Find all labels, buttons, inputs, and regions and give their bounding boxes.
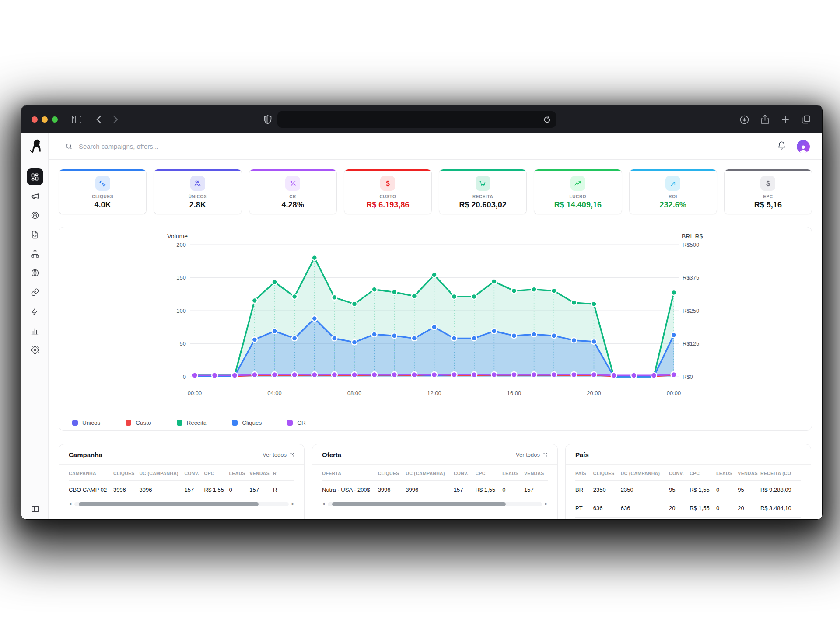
sidebar-item-flows[interactable] <box>27 245 43 262</box>
table-row[interactable]: PT63663620R$ 1,55020R$ 3.484,10 <box>575 499 801 518</box>
table-header-cell: RECEITA (CO <box>760 466 801 481</box>
kpi-card-lucro[interactable]: LUCROR$ 14.409,16 <box>534 169 622 214</box>
table-header-cell: UC (CAMPANHA) <box>621 466 669 481</box>
kpi-card-custo[interactable]: CUSTOR$ 6.193,86 <box>344 169 432 214</box>
minimize-button[interactable] <box>42 116 48 122</box>
search-input[interactable] <box>79 143 262 150</box>
kpi-card-cr[interactable]: CR4.28% <box>249 169 337 214</box>
scrollbar-thumb[interactable] <box>79 502 259 506</box>
ver-todos-label: Ver todos <box>262 452 287 458</box>
avatar[interactable] <box>797 140 810 153</box>
kpi-value: R$ 5,16 <box>754 200 782 210</box>
scrollbar-track[interactable] <box>74 502 289 506</box>
search-bar[interactable] <box>65 143 262 150</box>
tab-overview-icon[interactable] <box>802 115 811 124</box>
kpi-card-roi[interactable]: ROI232.6% <box>629 169 717 214</box>
scroll-left-arrow[interactable]: ◀ <box>69 502 71 506</box>
sidebar-item-links[interactable] <box>27 284 43 301</box>
sidebar-item-reports[interactable] <box>27 322 43 339</box>
legend-item-cr[interactable]: CR <box>287 420 306 426</box>
table-row[interactable]: CBO CAMP 0239963996157R$ 1,550157R <box>69 481 294 499</box>
table-cell: 157 <box>524 481 548 499</box>
table-cell: R$ 1,55 <box>204 481 229 499</box>
new-tab-button[interactable] <box>781 115 790 124</box>
target-icon <box>31 211 39 220</box>
cart-icon <box>476 176 490 191</box>
reload-icon[interactable] <box>543 116 551 123</box>
svg-text:150: 150 <box>176 274 186 281</box>
kpi-card-cliques[interactable]: CLIQUES4.0K <box>59 169 147 214</box>
external-link-icon <box>542 452 548 458</box>
ver-todos-link[interactable]: Ver todos <box>262 452 294 458</box>
legend-swatch <box>232 420 238 426</box>
zoom-button[interactable] <box>52 116 58 122</box>
legend-item-únicos[interactable]: Únicos <box>72 420 100 426</box>
url-bar[interactable] <box>277 111 556 128</box>
scroll-left-arrow[interactable]: ◀ <box>322 502 325 506</box>
table-header-row: CAMPANHACLIQUESUC (CAMPANHA)CONV.CPCLEAD… <box>69 466 294 481</box>
table-cell: 0 <box>716 481 738 499</box>
table-title: País <box>575 451 589 458</box>
bell-icon[interactable] <box>777 141 786 152</box>
url-input[interactable] <box>284 111 528 128</box>
svg-text:20:00: 20:00 <box>587 390 601 396</box>
scrollbar-track[interactable] <box>328 502 542 506</box>
summary-tables-row: CampanhaVer todosCAMPANHACLIQUESUC (CAMP… <box>59 444 812 520</box>
table-header-row: PAÍSCLIQUESUC (CAMPANHA)CONV.CPCLEADSVEN… <box>575 466 801 481</box>
table-cell: 0 <box>229 481 250 499</box>
sidebar-item-domains[interactable] <box>27 265 43 281</box>
share-icon[interactable] <box>761 115 769 124</box>
dashboard-icon <box>31 173 39 181</box>
svg-text:0: 0 <box>183 374 186 380</box>
table-cell: 636 <box>593 499 621 518</box>
sidebar-item-offers[interactable] <box>27 207 43 224</box>
forward-button[interactable] <box>113 115 118 124</box>
panel-toggle-icon <box>31 505 39 513</box>
kpi-value: 2.8K <box>189 200 206 210</box>
legend-swatch <box>177 420 182 426</box>
horizontal-scrollbar[interactable]: ◀▶ <box>69 500 294 508</box>
back-button[interactable] <box>96 115 102 124</box>
kpi-value: R$ 20.603,02 <box>459 200 507 210</box>
sidebar-item-settings[interactable] <box>27 342 43 358</box>
legend-swatch <box>72 420 78 426</box>
scroll-right-arrow[interactable]: ▶ <box>292 502 294 506</box>
download-icon[interactable] <box>740 115 749 124</box>
svg-text:R$250: R$250 <box>682 308 699 314</box>
search-icon <box>65 143 73 150</box>
app-logo[interactable] <box>21 133 48 160</box>
svg-text:R$375: R$375 <box>682 274 699 281</box>
traffic-chart-card: Volume050100150200BRL R$R$0R$125R$250R$3… <box>59 227 812 431</box>
kpi-value: 232.6% <box>660 200 686 210</box>
sidebar-collapse-button[interactable] <box>21 505 49 513</box>
sidebar-item-campaigns[interactable] <box>27 188 43 204</box>
table-header-cell: CLIQUES <box>113 466 140 481</box>
table-clip: CAMPANHACLIQUESUC (CAMPANHA)CONV.CPCLEAD… <box>69 466 294 499</box>
close-button[interactable] <box>32 116 38 122</box>
table-card-pais: PaísPAÍSCLIQUESUC (CAMPANHA)CONV.CPCLEAD… <box>565 444 811 520</box>
shield-icon[interactable] <box>264 115 272 126</box>
table-cell: 3996 <box>378 481 406 499</box>
dollar-icon <box>760 176 775 191</box>
table-header-cell: CLIQUES <box>593 466 621 481</box>
svg-text:200: 200 <box>176 242 186 248</box>
table-row[interactable]: BR2350235095R$ 1,55095R$ 9.288,09 <box>575 481 801 499</box>
kpi-card-receita[interactable]: RECEITAR$ 20.603,02 <box>439 169 527 214</box>
sidebar-toggle-icon[interactable] <box>72 116 81 123</box>
legend-item-receita[interactable]: Receita <box>177 420 207 426</box>
horizontal-scrollbar[interactable]: ◀▶ <box>322 500 548 508</box>
ver-todos-link[interactable]: Ver todos <box>516 452 548 458</box>
legend-item-custo[interactable]: Custo <box>126 420 151 426</box>
kpi-card-únicos[interactable]: ÚNICOS2.8K <box>154 169 242 214</box>
table-row[interactable]: Nutra - USA - 200$39963996157R$ 1,550157 <box>322 481 548 499</box>
sidebar-item-automations[interactable] <box>27 303 43 320</box>
bar-chart-icon <box>31 327 39 335</box>
kpi-card-epc[interactable]: EPCR$ 5,16 <box>724 169 812 214</box>
scrollbar-thumb[interactable] <box>332 502 506 506</box>
window-controls <box>32 116 58 122</box>
scroll-right-arrow[interactable]: ▶ <box>545 502 548 506</box>
legend-item-cliques[interactable]: Cliques <box>232 420 262 426</box>
sidebar-item-dashboard[interactable] <box>27 168 43 185</box>
sidebar-item-landers[interactable] <box>27 226 43 243</box>
table-cell: R$ 1,55 <box>690 481 716 499</box>
